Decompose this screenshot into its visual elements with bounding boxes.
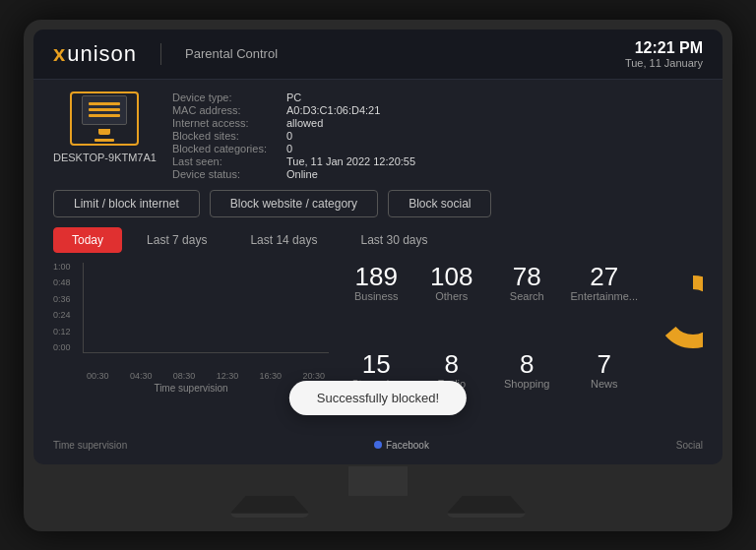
clock-time: 12:21 PM bbox=[625, 39, 703, 57]
tv-base bbox=[230, 496, 526, 518]
stat-others-label: Others bbox=[435, 290, 468, 302]
stat-news-number: 7 bbox=[598, 350, 611, 379]
monitor-line-1 bbox=[89, 102, 120, 105]
chart-x-axis: 00:30 04:30 08:30 12:30 16:30 20:30 bbox=[83, 371, 329, 381]
y-label-036: 0:36 bbox=[53, 295, 83, 304]
x-label-2030: 20:30 bbox=[302, 371, 325, 381]
status-label: Device status: bbox=[172, 168, 267, 180]
tv-neck bbox=[348, 466, 408, 496]
time-tabs: Today Last 7 days Last 14 days Last 30 d… bbox=[53, 227, 703, 253]
logo-unison: unison bbox=[67, 41, 137, 67]
bottom-left-label: Time supervision bbox=[53, 440, 127, 451]
legend-item: Facebook bbox=[374, 440, 429, 451]
monitor-stand bbox=[98, 129, 110, 135]
x-label-1230: 12:30 bbox=[217, 371, 239, 381]
tv-frame: x unison Parental Control 12:21 PM Tue, … bbox=[24, 20, 732, 531]
logo-x: x bbox=[53, 41, 65, 67]
monitor-line-3 bbox=[89, 114, 120, 117]
chart-container: 1:00 0:48 0:36 0:24 0:12 0:00 bbox=[53, 263, 329, 430]
bottom-bar: Time supervision Facebook Social bbox=[53, 440, 703, 453]
y-label-048: 0:48 bbox=[53, 278, 83, 287]
tv-screen: x unison Parental Control 12:21 PM Tue, … bbox=[33, 30, 723, 464]
donut-area bbox=[654, 263, 703, 430]
last-seen-label: Last seen: bbox=[172, 155, 267, 167]
block-website-button[interactable]: Block website / category bbox=[210, 190, 378, 217]
block-social-button[interactable]: Block social bbox=[388, 190, 491, 217]
clock-date: Tue, 11 January bbox=[625, 57, 703, 69]
status-value: Online bbox=[286, 168, 415, 180]
chart-y-axis: 1:00 0:48 0:36 0:24 0:12 0:00 bbox=[53, 263, 83, 371]
mac-label: MAC address: bbox=[172, 104, 267, 116]
tv-stand bbox=[33, 464, 723, 521]
chart-body: 1:00 0:48 0:36 0:24 0:12 0:00 bbox=[53, 263, 329, 371]
monitor-screen bbox=[82, 95, 127, 125]
x-label-0430: 04:30 bbox=[130, 371, 153, 381]
mac-value: A0:D3:C1:06:D4:21 bbox=[286, 104, 415, 116]
stat-news-label: News bbox=[591, 378, 618, 390]
action-buttons: Limit / block internet Block website / c… bbox=[53, 190, 703, 217]
y-label-024: 0:24 bbox=[53, 311, 83, 320]
device-icon-box bbox=[70, 92, 139, 146]
stat-entertainment-label: Entertainme... bbox=[571, 290, 638, 302]
internet-value: allowed bbox=[286, 117, 415, 129]
stat-business-number: 189 bbox=[355, 263, 398, 291]
app-title: Parental Control bbox=[185, 46, 278, 61]
stat-shopping: 8 Shopping bbox=[495, 350, 559, 430]
internet-label: Internet access: bbox=[172, 117, 267, 129]
type-label: Device type: bbox=[172, 92, 267, 103]
device-name: DESKTOP-9KTM7A1 bbox=[53, 152, 157, 163]
limit-button[interactable]: Limit / block internet bbox=[53, 190, 200, 217]
stat-search-label: Search bbox=[510, 290, 544, 302]
svg-point-0 bbox=[663, 282, 703, 341]
tab-14days[interactable]: Last 14 days bbox=[231, 227, 336, 253]
clock-area: 12:21 PM Tue, 11 January bbox=[625, 39, 703, 69]
toast-notification: Successfully blocked! bbox=[289, 381, 467, 415]
device-info: DESKTOP-9KTM7A1 Device type: PC MAC addr… bbox=[53, 92, 703, 180]
stat-search-number: 78 bbox=[513, 263, 541, 291]
tab-today[interactable]: Today bbox=[53, 227, 122, 253]
x-label-0830: 08:30 bbox=[173, 371, 196, 381]
legend-facebook: Facebook bbox=[386, 440, 429, 451]
chart-caption: Time supervision bbox=[53, 383, 329, 394]
device-details: Device type: PC MAC address: A0:D3:C1:06… bbox=[172, 92, 415, 180]
stat-entertainment-number: 27 bbox=[590, 263, 618, 291]
screen-content: x unison Parental Control 12:21 PM Tue, … bbox=[33, 30, 723, 464]
logo: x unison bbox=[53, 41, 137, 67]
logo-divider bbox=[160, 43, 161, 65]
header: x unison Parental Control 12:21 PM Tue, … bbox=[33, 30, 723, 80]
stat-business-label: Business bbox=[354, 290, 399, 302]
stat-shopping-number: 8 bbox=[520, 350, 534, 379]
tab-30days[interactable]: Last 30 days bbox=[342, 227, 446, 253]
last-seen-value: Tue, 11 Jan 2022 12:20:55 bbox=[286, 155, 415, 167]
monitor-line-2 bbox=[89, 108, 120, 111]
x-label-1630: 16:30 bbox=[260, 371, 283, 381]
legend-dot bbox=[374, 441, 382, 449]
toast-message: Successfully blocked! bbox=[317, 391, 439, 405]
tv-leg-left bbox=[230, 496, 309, 518]
y-label-000: 0:00 bbox=[53, 343, 83, 352]
device-icon-area: DESKTOP-9KTM7A1 bbox=[53, 92, 157, 163]
y-label-012: 0:12 bbox=[53, 328, 83, 336]
stat-others: 108 Others bbox=[420, 263, 484, 342]
x-label-0030: 00:30 bbox=[87, 371, 109, 381]
blocked-sites-value: 0 bbox=[286, 130, 415, 142]
stat-business: 189 Business bbox=[345, 263, 409, 342]
blocked-cat-value: 0 bbox=[286, 143, 415, 154]
chart-plot bbox=[83, 263, 329, 353]
stat-entertainment: 27 Entertainme... bbox=[571, 263, 638, 342]
type-value: PC bbox=[286, 92, 415, 103]
stat-shopping-label: Shopping bbox=[504, 378, 550, 390]
y-label-100: 1:00 bbox=[53, 263, 83, 272]
blocked-cat-label: Blocked categories: bbox=[172, 143, 267, 154]
blocked-sites-label: Blocked sites: bbox=[172, 130, 267, 142]
tab-7days[interactable]: Last 7 days bbox=[128, 227, 225, 253]
logo-area: x unison Parental Control bbox=[53, 41, 278, 67]
stat-news: 7 News bbox=[571, 350, 638, 430]
stat-radio-number: 8 bbox=[445, 350, 459, 379]
stat-streaming-number: 15 bbox=[362, 350, 391, 379]
bottom-right-label: Social bbox=[676, 440, 703, 451]
monitor-base bbox=[94, 139, 114, 142]
tv-leg-right bbox=[447, 496, 526, 518]
stat-others-number: 108 bbox=[430, 263, 472, 291]
donut-chart bbox=[654, 273, 703, 351]
